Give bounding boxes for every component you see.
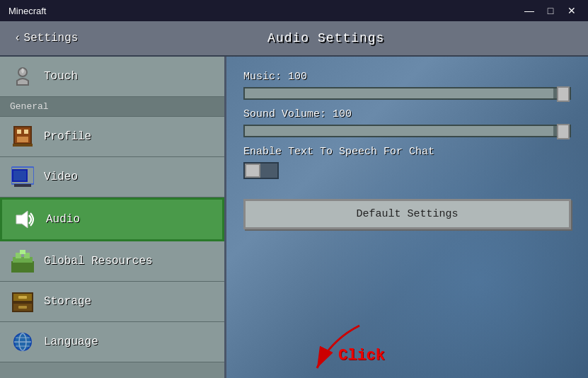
svg-marker-9 [16,211,28,228]
sidebar-item-global-resources[interactable]: Global Resources [0,241,224,282]
tts-label: Enable Text To Speech For Chat [243,146,571,158]
general-section-header: General [0,97,224,117]
svg-rect-5 [13,144,33,147]
video-label: Video [44,171,78,183]
back-icon: ‹ [14,32,21,45]
svg-rect-14 [20,250,25,254]
global-resources-icon [10,248,35,274]
language-icon [10,329,35,355]
svg-rect-8 [14,184,31,187]
svg-rect-6 [13,170,27,181]
default-settings-button[interactable]: Default Settings [243,199,571,229]
right-panel: Music: 100 Sound Volume: 100 [226,57,588,378]
touch-icon [10,64,35,89]
sidebar-item-touch[interactable]: Touch [0,57,224,97]
back-label: Settings [24,32,79,45]
svg-rect-3 [24,130,28,134]
music-slider[interactable] [243,87,571,100]
tts-toggle-container [243,162,571,179]
settings-content: Music: 100 Sound Volume: 100 [243,71,571,229]
tts-setting: Enable Text To Speech For Chat [243,146,571,179]
profile-icon [10,124,35,149]
sidebar: Touch General Profile [0,57,226,378]
close-button[interactable]: ✕ [564,3,580,18]
minimize-button[interactable]: — [521,3,537,18]
storage-label: Storage [44,295,91,308]
svg-rect-4 [17,137,28,142]
sound-volume-label: Sound Volume: 100 [243,108,571,120]
video-icon [10,164,35,190]
sidebar-item-video[interactable]: Video [0,157,224,197]
sound-volume-slider[interactable] [243,125,571,137]
page-title: Audio Settings [78,31,574,45]
top-bar: ‹ Settings Audio Settings [0,21,588,57]
window-controls: — □ ✕ [521,3,580,18]
profile-label: Profile [44,130,91,143]
title-bar: Minecraft — □ ✕ [0,0,588,21]
svg-rect-17 [18,296,27,299]
storage-icon [10,289,35,314]
sound-volume-setting: Sound Volume: 100 [243,108,571,137]
app-title: Minecraft [8,6,46,16]
back-button[interactable]: ‹ Settings [14,32,78,45]
main-window: ‹ Settings Audio Settings Touch General [0,21,588,378]
sidebar-item-profile[interactable]: Profile [0,117,224,157]
global-resources-label: Global Resources [44,255,153,268]
sidebar-item-audio[interactable]: Audio [0,197,224,241]
audio-icon [12,207,38,232]
maximize-button[interactable]: □ [543,3,558,18]
sound-volume-slider-thumb[interactable] [557,124,570,139]
music-label: Music: 100 [243,71,571,83]
sound-volume-slider-fill [245,126,553,136]
touch-label: Touch [44,70,78,83]
music-setting: Music: 100 [243,71,571,100]
content-area: Touch General Profile [0,57,588,378]
language-label: Language [44,336,98,348]
sidebar-item-storage[interactable]: Storage [0,282,224,322]
tts-toggle-knob [245,164,260,178]
audio-label: Audio [46,213,80,226]
svg-rect-2 [17,130,21,134]
music-slider-fill [245,88,553,98]
svg-rect-10 [11,261,34,273]
music-slider-thumb[interactable] [557,86,570,102]
sidebar-item-language[interactable]: Language [0,322,224,362]
tts-toggle[interactable] [243,162,279,179]
svg-rect-18 [18,306,27,309]
